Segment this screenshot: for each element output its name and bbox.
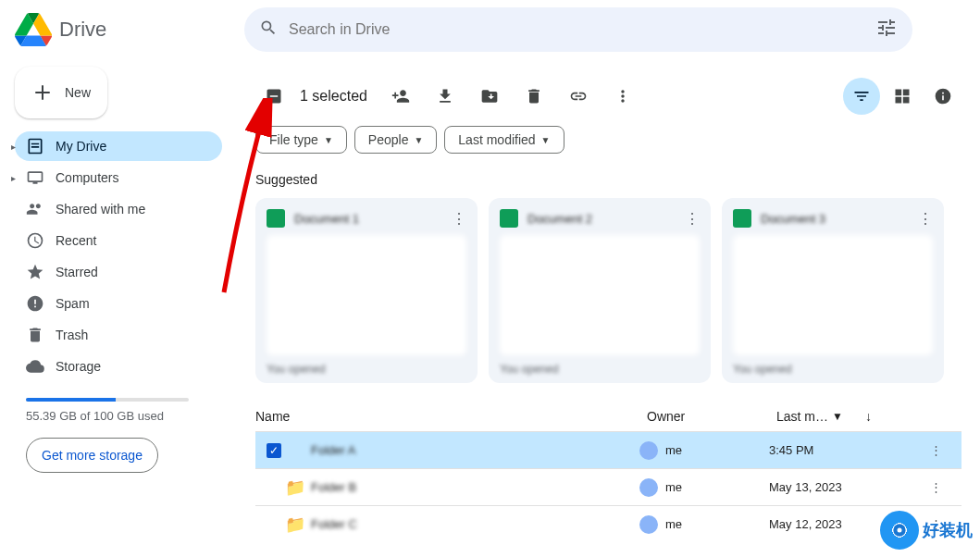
- card-preview: [733, 235, 933, 355]
- drive-logo-icon: [15, 11, 52, 48]
- suggested-card[interactable]: Document 2 ⋮ You opened: [489, 198, 711, 383]
- drive-icon: [26, 137, 44, 155]
- row-more-icon[interactable]: ⋮: [917, 480, 954, 494]
- card-more-icon[interactable]: ⋮: [452, 210, 466, 228]
- plus-icon: [31, 81, 54, 104]
- sidebar-item-computers[interactable]: ▸ Computers: [15, 163, 222, 192]
- arrow-down-icon: ↓: [865, 409, 872, 424]
- watermark-icon: [880, 511, 919, 550]
- list-header: Name Owner Last m… ▼ ↓: [255, 402, 961, 431]
- file-list: Name Owner Last m… ▼ ↓ ✓ Folder A me: [255, 402, 961, 542]
- col-modified-header[interactable]: Last m… ▼ ↓: [776, 409, 924, 424]
- caret-down-icon: ▼: [832, 410, 843, 423]
- move-button[interactable]: [471, 78, 508, 115]
- suggested-card[interactable]: Document 1 ⋮ You opened: [255, 198, 478, 383]
- col-owner-header[interactable]: Owner: [647, 409, 776, 424]
- sidebar-item-label: Storage: [56, 359, 101, 374]
- suggested-card[interactable]: Document 3 ⋮ You opened: [722, 198, 944, 383]
- filter-toggle-button[interactable]: [843, 78, 880, 115]
- checkbox-checked-icon: ✓: [267, 443, 281, 458]
- sidebar-item-storage[interactable]: Storage: [15, 352, 222, 381]
- owner-cell: me: [639, 515, 769, 534]
- card-title: Document 1: [294, 212, 442, 226]
- filter-modified[interactable]: Last modified ▼: [444, 126, 564, 154]
- owner-cell: me: [639, 441, 769, 460]
- cloud-icon: [26, 357, 44, 376]
- sidebar-item-label: Starred: [56, 265, 98, 279]
- people-icon: [26, 200, 44, 218]
- filter-chips: File type ▼ People ▼ Last modified ▼: [255, 126, 961, 154]
- sidebar-item-trash[interactable]: Trash: [15, 320, 222, 350]
- new-button[interactable]: New: [15, 67, 107, 118]
- toolbar: 1 selected: [255, 74, 961, 118]
- grid-view-button[interactable]: [884, 78, 921, 115]
- modified-cell: May 13, 2023: [769, 480, 917, 494]
- info-button[interactable]: [924, 78, 961, 115]
- avatar: [639, 478, 658, 497]
- file-row[interactable]: ✓ Folder A me 3:45 PM ⋮: [255, 431, 961, 468]
- expand-arrow-icon[interactable]: ▸: [11, 173, 16, 183]
- card-preview: [500, 235, 700, 355]
- file-name: Folder B: [311, 480, 639, 494]
- search-icon: [259, 19, 278, 42]
- row-checkbox[interactable]: ✓: [263, 443, 285, 458]
- file-name: Folder A: [311, 443, 639, 457]
- sidebar-item-label: Computers: [56, 170, 118, 185]
- expand-arrow-icon[interactable]: ▸: [11, 142, 16, 152]
- selection-count: 1 selected: [300, 88, 367, 105]
- sidebar-item-recent[interactable]: Recent: [15, 226, 222, 255]
- filter-people[interactable]: People ▼: [354, 126, 438, 154]
- storage-text: 55.39 GB of 100 GB used: [26, 409, 211, 423]
- search-options-icon[interactable]: [875, 17, 898, 43]
- col-name-header[interactable]: Name: [255, 409, 647, 424]
- content-area: 1 selected: [237, 59, 980, 557]
- card-title: Document 3: [761, 212, 909, 226]
- folder-icon: 📁: [285, 514, 305, 535]
- sidebar-item-label: Trash: [56, 328, 88, 342]
- card-footer: You opened: [500, 363, 700, 376]
- watermark: 好装机: [880, 511, 973, 550]
- get-storage-button[interactable]: Get more storage: [26, 438, 158, 473]
- caret-down-icon: ▼: [324, 135, 333, 145]
- suggested-label: Suggested: [255, 172, 961, 187]
- sheets-icon: [733, 209, 751, 228]
- search-input[interactable]: [289, 21, 864, 38]
- storage-bar: [26, 398, 189, 402]
- new-button-label: New: [65, 85, 91, 100]
- card-more-icon[interactable]: ⋮: [685, 210, 700, 228]
- svg-point-2: [898, 528, 902, 533]
- card-title: Document 2: [527, 212, 676, 226]
- sidebar-item-shared[interactable]: Shared with me: [15, 194, 222, 224]
- row-more-icon[interactable]: ⋮: [917, 443, 954, 457]
- sheets-icon: [267, 209, 285, 228]
- delete-button[interactable]: [515, 78, 552, 115]
- filter-file-type[interactable]: File type ▼: [255, 126, 347, 154]
- download-button[interactable]: [427, 78, 464, 115]
- file-row[interactable]: 📁 Folder C me May 12, 2023 ⋮: [255, 505, 961, 542]
- trash-icon: [26, 326, 44, 344]
- share-button[interactable]: [382, 78, 419, 115]
- sidebar-item-label: Shared with me: [56, 202, 145, 217]
- modified-cell: 3:45 PM: [769, 443, 917, 457]
- sidebar-item-my-drive[interactable]: ▸ My Drive: [15, 131, 222, 161]
- spam-icon: [26, 294, 44, 313]
- file-row[interactable]: 📁 Folder B me May 13, 2023 ⋮: [255, 468, 961, 505]
- sidebar-item-starred[interactable]: Starred: [15, 257, 222, 287]
- logo-area[interactable]: Drive: [15, 11, 237, 48]
- deselect-button[interactable]: [255, 78, 292, 115]
- more-button[interactable]: [604, 78, 641, 115]
- link-button[interactable]: [560, 78, 597, 115]
- avatar: [639, 441, 658, 460]
- search-bar[interactable]: [244, 7, 912, 52]
- app-title: Drive: [59, 18, 106, 42]
- card-more-icon[interactable]: ⋮: [918, 210, 933, 228]
- avatar: [639, 515, 658, 534]
- caret-down-icon: ▼: [541, 135, 551, 145]
- caret-down-icon: ▼: [414, 135, 423, 145]
- card-preview: [267, 235, 466, 355]
- sidebar: New ▸ My Drive ▸ Computers Shared with m…: [0, 59, 237, 557]
- sheets-icon: [500, 209, 518, 228]
- sidebar-item-spam[interactable]: Spam: [15, 289, 222, 318]
- card-footer: You opened: [267, 363, 466, 376]
- sidebar-item-label: Recent: [56, 233, 96, 248]
